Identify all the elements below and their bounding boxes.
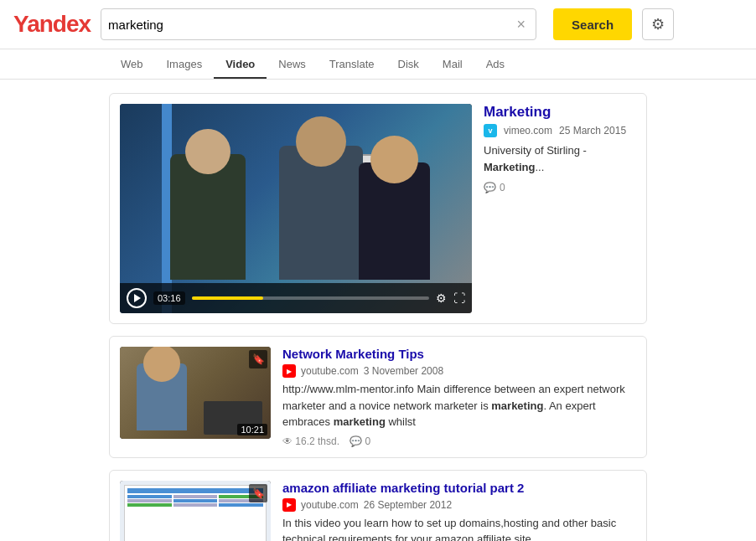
thumb-2[interactable]: 🔖 20:17 <box>120 481 271 542</box>
desc-bold-1b: marketing <box>334 415 386 428</box>
thumb-scene-2 <box>120 481 271 542</box>
comment-val-1: 0 <box>365 435 370 447</box>
title-prefix-2: amazon affiliate <box>282 481 381 495</box>
featured-info: Marketing v vimeo.com 25 March 2015 Univ… <box>484 104 636 193</box>
date-1: 3 November 2008 <box>364 365 443 377</box>
stats-line-1: 16.2 thsd. 0 <box>282 435 636 447</box>
logo-accent: Y <box>13 11 27 37</box>
desc-bold-1a: marketing <box>491 399 543 412</box>
title-bold-1: Marketing <box>335 347 395 361</box>
search-bar: marketing × <box>101 8 536 40</box>
featured-video[interactable]: 03:16 ⚙ ⛶ <box>120 104 472 313</box>
logo[interactable]: Yandex <box>13 11 91 38</box>
title-bold-2: marketing <box>381 481 441 495</box>
featured-date: 25 March 2015 <box>559 125 626 137</box>
person1-figure <box>170 154 246 280</box>
video-duration: 03:16 <box>153 291 185 305</box>
nav: Web Images Video News Translate Disk Mai… <box>0 49 756 80</box>
source-1: youtube.com <box>301 365 359 377</box>
featured-source-line: v vimeo.com 25 March 2015 <box>484 124 636 137</box>
progress-bar[interactable] <box>192 296 429 300</box>
video-controls: 03:16 ⚙ ⛶ <box>120 283 472 313</box>
youtube-icon-1: ▶ <box>282 364 296 378</box>
views-count-1: 16.2 thsd. <box>295 435 339 447</box>
comment-icon-1 <box>350 435 362 447</box>
filter-button[interactable]: ⚙ <box>642 8 674 40</box>
result-title-2[interactable]: amazon affiliate marketing tutorial part… <box>282 481 636 495</box>
screen-row-2 <box>127 499 263 502</box>
views-1: 16.2 thsd. <box>282 435 339 447</box>
nav-item-translate[interactable]: Translate <box>318 49 386 79</box>
person2-figure <box>279 146 363 280</box>
search-button[interactable]: Search <box>553 8 632 40</box>
thumb-person-1 <box>137 363 187 430</box>
title-suffix-1: Tips <box>395 347 424 361</box>
desc-end-1: whilst <box>386 415 416 428</box>
card-info-2: amazon affiliate marketing tutorial part… <box>282 481 636 542</box>
header: Yandex marketing × Search ⚙ <box>0 0 756 49</box>
youtube-icon-2: ▶ <box>282 498 296 512</box>
meta-line-2: ▶ youtube.com 26 September 2012 <box>282 498 636 512</box>
featured-title[interactable]: Marketing <box>484 104 636 121</box>
result-title-1[interactable]: Network Marketing Tips <box>282 347 636 361</box>
featured-description: University of Stirling - Marketing... <box>484 142 636 175</box>
nav-item-video[interactable]: Video <box>214 49 267 79</box>
desc-1: http://www.mlm-mentor.info Main differen… <box>282 381 636 430</box>
clear-button[interactable]: × <box>514 17 530 32</box>
nav-item-images[interactable]: Images <box>155 49 215 79</box>
save-icon-1[interactable]: 🔖 <box>249 350 267 368</box>
save-icon-2[interactable]: 🔖 <box>249 484 267 502</box>
thumb-1[interactable]: 🔖 10:21 <box>120 347 271 439</box>
nav-item-disk[interactable]: Disk <box>386 49 431 79</box>
vimeo-icon: v <box>484 124 497 137</box>
nav-item-news[interactable]: News <box>267 49 318 79</box>
desc-bold: Marketing <box>484 161 535 173</box>
cell-1 <box>127 495 172 498</box>
eye-icon-1 <box>282 435 293 447</box>
cell-2 <box>173 495 218 498</box>
cell-5 <box>173 499 218 502</box>
progress-fill <box>192 296 263 300</box>
featured-source: vimeo.com <box>504 125 552 137</box>
video-scene <box>120 104 472 313</box>
nav-item-ads[interactable]: Ads <box>474 49 516 79</box>
result-1: 🔖 10:21 Network Marketing Tips ▶ youtube… <box>109 336 647 458</box>
screen-row-3 <box>127 503 263 507</box>
search-input[interactable]: marketing <box>108 18 513 32</box>
nav-item-web[interactable]: Web <box>109 49 155 79</box>
cell-8 <box>173 503 218 507</box>
title-prefix-1: Network <box>282 347 335 361</box>
desc-prefix: University of Stirling - <box>484 144 587 157</box>
comment-icon <box>484 182 496 193</box>
screen-bar-2 <box>127 488 263 493</box>
nav-item-mail[interactable]: Mail <box>431 49 474 79</box>
cell-4 <box>127 499 172 502</box>
fullscreen-icon[interactable]: ⛶ <box>453 291 465 305</box>
desc-text-2: In this video you learn how to set up do… <box>282 517 616 542</box>
card-info-1: Network Marketing Tips ▶ youtube.com 3 N… <box>282 347 636 447</box>
date-2: 26 September 2012 <box>364 499 452 511</box>
featured-comments: 0 <box>484 182 636 193</box>
cell-9 <box>219 503 263 507</box>
title-suffix-2: tutorial part 2 <box>440 481 524 495</box>
comments-1: 0 <box>350 435 370 447</box>
play-button[interactable] <box>127 288 147 308</box>
cell-7 <box>127 503 172 507</box>
result-2: 🔖 20:17 amazon affiliate marketing tutor… <box>109 470 647 542</box>
meta-line-1: ▶ youtube.com 3 November 2008 <box>282 364 636 378</box>
featured-result: 03:16 ⚙ ⛶ Marketing v vimeo.com 25 March… <box>109 93 647 324</box>
logo-text: andex <box>27 11 91 37</box>
source-2: youtube.com <box>301 499 359 511</box>
person3-figure <box>359 162 430 280</box>
desc-suffix: ... <box>535 161 544 173</box>
settings-icon[interactable]: ⚙ <box>436 291 447 305</box>
screen-content-2 <box>124 485 267 542</box>
filter-icon: ⚙ <box>651 15 665 33</box>
comment-count-value: 0 <box>500 182 505 193</box>
desc-2: In this video you learn how to set up do… <box>282 515 636 542</box>
duration-1: 10:21 <box>237 424 267 435</box>
main-content: 03:16 ⚙ ⛶ Marketing v vimeo.com 25 March… <box>0 80 756 541</box>
screen-row-1 <box>127 495 263 498</box>
